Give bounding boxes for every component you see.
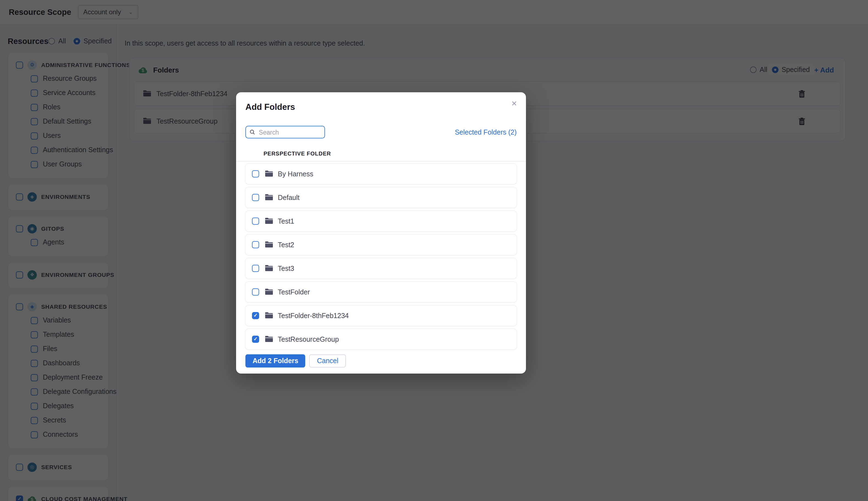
check-icon: ✓ xyxy=(253,313,258,318)
folder-icon xyxy=(265,334,273,344)
perspective-folder-label: By Harness xyxy=(278,170,313,178)
folder-icon xyxy=(265,240,273,250)
perspective-folder-row[interactable]: ✓TestResourceGroup xyxy=(246,329,517,349)
search-input[interactable] xyxy=(258,128,321,136)
folder-checkbox[interactable]: ✓ xyxy=(252,217,259,225)
search-icon xyxy=(250,129,255,135)
perspective-folder-column-header: PERSPECTIVE FOLDER xyxy=(263,150,517,157)
modal-title: Add Folders xyxy=(246,102,517,112)
folder-checkbox[interactable]: ✓ xyxy=(252,335,259,343)
perspective-folder-row[interactable]: ✓TestFolder xyxy=(246,282,517,302)
modal-actions: Add 2 Folders Cancel xyxy=(246,354,517,367)
perspective-folder-row[interactable]: ✓Test1 xyxy=(246,211,517,231)
perspective-folder-label: TestFolder xyxy=(278,288,310,296)
add-folders-modal: ✕ Add Folders Selected Folders (2) PERSP… xyxy=(236,92,526,374)
folder-icon xyxy=(265,169,273,179)
selected-folders-link[interactable]: Selected Folders (2) xyxy=(455,128,517,136)
perspective-folder-label: Default xyxy=(278,194,300,201)
perspective-folder-label: Test3 xyxy=(278,265,294,272)
perspective-folder-row[interactable]: ✓Test2 xyxy=(246,235,517,255)
folder-checkbox[interactable]: ✓ xyxy=(252,288,259,296)
folder-icon xyxy=(265,287,273,297)
perspective-folder-label: Test2 xyxy=(278,241,294,248)
close-icon[interactable]: ✕ xyxy=(510,98,519,109)
folder-checkbox[interactable]: ✓ xyxy=(252,170,259,178)
divider xyxy=(236,161,526,161)
folder-checkbox[interactable]: ✓ xyxy=(252,312,259,319)
app-root: Resource Scope Account only ⌄ Resources … xyxy=(0,0,868,501)
perspective-folder-row[interactable]: ✓TestFolder-8thFeb1234 xyxy=(246,306,517,326)
folder-icon xyxy=(265,216,273,226)
folder-option-list: ✓By Harness✓Default✓Test1✓Test2✓Test3✓Te… xyxy=(246,164,517,349)
cancel-button[interactable]: Cancel xyxy=(310,354,346,367)
folder-checkbox[interactable]: ✓ xyxy=(252,241,259,248)
perspective-folder-row[interactable]: ✓By Harness xyxy=(246,164,517,184)
folder-icon xyxy=(265,311,273,321)
folder-checkbox[interactable]: ✓ xyxy=(252,194,259,201)
folder-checkbox[interactable]: ✓ xyxy=(252,265,259,272)
add-folders-button[interactable]: Add 2 Folders xyxy=(246,354,305,367)
folder-icon xyxy=(265,193,273,202)
perspective-folder-label: TestFolder-8thFeb1234 xyxy=(278,312,349,319)
search-box xyxy=(246,126,325,138)
perspective-folder-row[interactable]: ✓Test3 xyxy=(246,258,517,278)
perspective-folder-row[interactable]: ✓Default xyxy=(246,187,517,207)
perspective-folder-label: TestResourceGroup xyxy=(278,335,339,343)
modal-toolbar: Selected Folders (2) xyxy=(246,126,517,138)
folder-icon xyxy=(265,264,273,273)
check-icon: ✓ xyxy=(253,337,258,342)
perspective-folder-label: Test1 xyxy=(278,217,294,225)
